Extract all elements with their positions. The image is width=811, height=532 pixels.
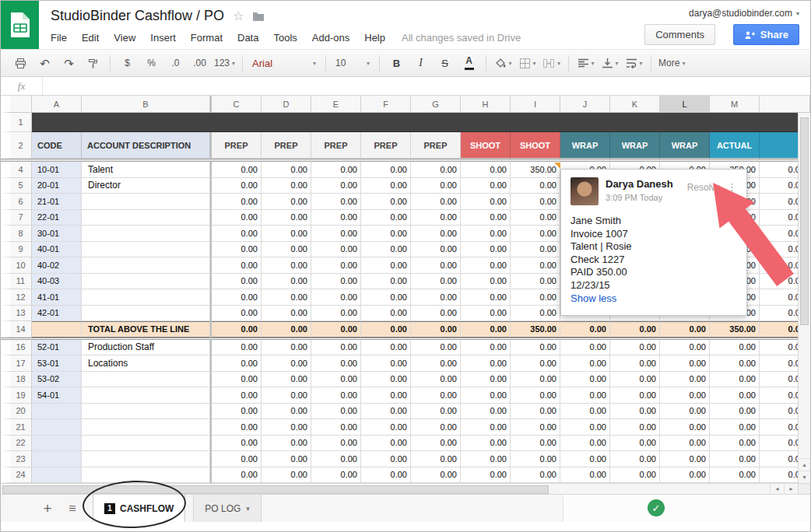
cell-I11[interactable]: 0.00 [511, 274, 560, 290]
cell-C21[interactable]: 0.00 [212, 419, 262, 436]
cell-E22[interactable]: 0.00 [311, 436, 361, 452]
cell-E8[interactable]: 0.00 [311, 226, 361, 242]
cell-I23[interactable]: 0.00 [511, 451, 560, 467]
cell-D9[interactable]: 0.00 [262, 242, 311, 258]
cell-L14[interactable]: 0.00 [660, 321, 710, 338]
cell-H20[interactable]: 0.00 [461, 404, 511, 420]
borders-button[interactable]: ▾ [515, 53, 539, 73]
horizontal-scrollbar-thumb[interactable] [2, 485, 549, 494]
font-family-select[interactable]: Arial▾ [248, 53, 321, 73]
cell-B12[interactable] [82, 289, 210, 306]
cell-G22[interactable]: 0.00 [411, 436, 461, 452]
cell-G13[interactable]: 0.00 [411, 306, 461, 322]
cell-G12[interactable]: 0.00 [411, 289, 461, 306]
cell-K18[interactable]: 0.00 [610, 372, 660, 388]
cell-E13[interactable]: 0.00 [311, 306, 361, 322]
cell-A8[interactable]: 30-01 [32, 226, 82, 242]
column-header-M[interactable]: M [710, 96, 760, 113]
cell-D8[interactable]: 0.00 [262, 226, 311, 242]
column-header-L[interactable]: L [660, 96, 710, 113]
cell-F20[interactable]: 0.00 [361, 404, 411, 420]
cell-G21[interactable]: 0.00 [411, 419, 461, 436]
cell-C24[interactable]: 0.00 [212, 467, 262, 484]
cell-L19[interactable]: 0.00 [660, 387, 710, 404]
cell-A7[interactable]: 22-01 [32, 210, 82, 226]
menu-addons[interactable]: Add-ons [312, 32, 349, 44]
cell-A24[interactable] [32, 467, 82, 484]
cell-G5[interactable]: 0.00 [411, 178, 461, 194]
increase-decimal-button[interactable]: .00 [188, 53, 212, 73]
row-header-19[interactable]: 19 [1, 387, 32, 404]
cell-I8[interactable]: 0.00 [511, 226, 560, 242]
cell-A14[interactable] [32, 321, 82, 338]
cell-M21[interactable]: 0.00 [710, 419, 760, 436]
cell-F4[interactable]: 0.00 [361, 162, 411, 178]
row-header-20[interactable]: 20 [1, 404, 32, 420]
cell-D7[interactable]: 0.00 [262, 210, 311, 226]
cell-H19[interactable]: 0.00 [461, 387, 511, 404]
cell-I14[interactable]: 350.00 [511, 321, 560, 338]
cell-A13[interactable]: 42-01 [32, 306, 82, 322]
cell-K21[interactable]: 0.00 [610, 419, 660, 436]
cell-E7[interactable]: 0.00 [311, 210, 361, 226]
cell-K16[interactable]: 0.00 [610, 340, 660, 356]
cell-B13[interactable] [82, 306, 210, 322]
cell-D11[interactable]: 0.00 [262, 274, 311, 290]
cell-I20[interactable]: 0.00 [511, 404, 560, 420]
font-size-select[interactable]: 10▾ [331, 53, 374, 73]
star-icon[interactable]: ☆ [233, 10, 244, 23]
cell-I24[interactable]: 0.00 [511, 467, 560, 484]
cell-H6[interactable]: 0.00 [461, 194, 511, 210]
cell-H9[interactable]: 0.00 [461, 242, 511, 258]
cell-H8[interactable]: 0.00 [461, 226, 511, 242]
cell-L21[interactable]: 0.00 [660, 419, 710, 436]
cell-E10[interactable]: 0.00 [311, 257, 361, 274]
cell-E23[interactable]: 0.00 [311, 451, 361, 467]
cell-F10[interactable]: 0.00 [361, 257, 411, 274]
cell-H17[interactable]: 0.00 [461, 355, 511, 372]
cell-I4[interactable]: 350.00 [511, 162, 560, 178]
cell-K23[interactable]: 0.00 [610, 451, 660, 467]
cell-D22[interactable]: 0.00 [262, 436, 311, 452]
strikethrough-button[interactable]: S [433, 53, 457, 73]
bold-button[interactable]: B [384, 53, 409, 73]
number-format-menu[interactable]: 123▾ [212, 53, 237, 73]
sheets-logo-icon[interactable] [1, 1, 39, 49]
cell-F14[interactable]: 0.00 [361, 321, 411, 338]
cell-G17[interactable]: 0.00 [411, 355, 461, 372]
cell-A9[interactable]: 40-01 [32, 242, 82, 258]
cell-B14[interactable]: TOTAL ABOVE THE LINE [82, 321, 210, 338]
cell-F19[interactable]: 0.00 [361, 387, 411, 404]
cell-D13[interactable]: 0.00 [262, 306, 311, 322]
column-header-K[interactable]: K [610, 96, 660, 113]
cell-H11[interactable]: 0.00 [461, 274, 511, 290]
menu-help[interactable]: Help [364, 32, 385, 44]
cell-C10[interactable]: 0.00 [212, 257, 262, 274]
folder-icon[interactable] [252, 11, 265, 21]
cell-G10[interactable]: 0.00 [411, 257, 461, 274]
cell-F21[interactable]: 0.00 [361, 419, 411, 436]
cell-J23[interactable]: 0.00 [560, 451, 610, 467]
cell-H5[interactable]: 0.00 [461, 178, 511, 194]
cell-L22[interactable]: 0.00 [660, 436, 710, 452]
cell-C9[interactable]: 0.00 [212, 242, 262, 258]
text-color-button[interactable]: A [457, 53, 481, 73]
cell-I9[interactable]: 0.00 [511, 242, 560, 258]
menu-file[interactable]: File [51, 32, 67, 44]
cell-L16[interactable]: 0.00 [660, 340, 710, 356]
cell-A19[interactable]: 54-01 [32, 387, 82, 404]
cell-D2[interactable]: PREP [262, 132, 311, 159]
cell-A2[interactable]: CODE [32, 132, 82, 159]
cell-B11[interactable] [82, 274, 210, 290]
cell-F18[interactable]: 0.00 [361, 372, 411, 388]
cell-L23[interactable]: 0.00 [660, 451, 710, 467]
cell-L17[interactable]: 0.00 [660, 355, 710, 372]
cell-B5[interactable]: Director [82, 178, 210, 194]
column-header-E[interactable]: E [311, 96, 361, 113]
cell-H4[interactable]: 0.00 [461, 162, 511, 178]
cell-G19[interactable]: 0.00 [411, 387, 461, 404]
cell-C14[interactable]: 0.00 [212, 321, 262, 338]
vertical-scrollbar-thumb[interactable] [800, 117, 809, 325]
cell-C13[interactable]: 0.00 [212, 306, 262, 322]
cell-G6[interactable]: 0.00 [411, 194, 461, 210]
